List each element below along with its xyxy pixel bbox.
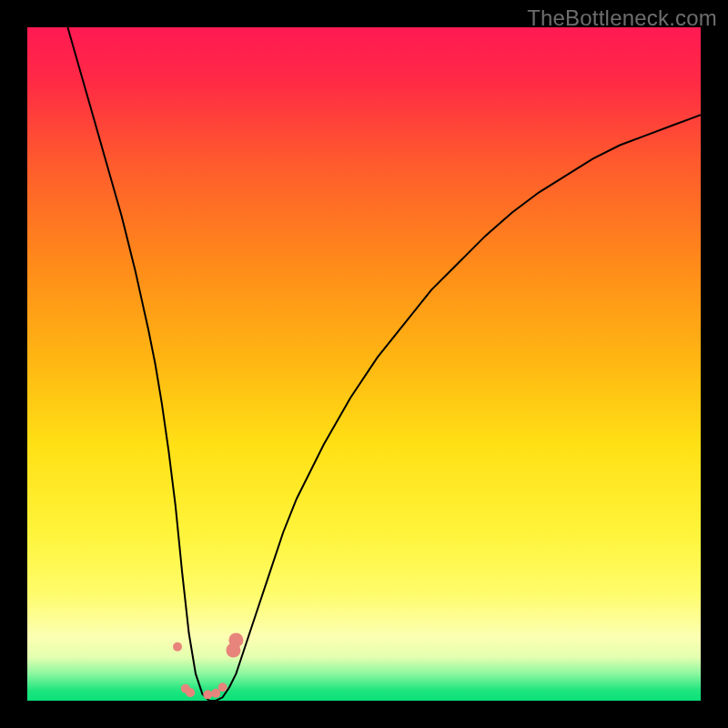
- gradient-background: [27, 27, 701, 701]
- data-marker: [203, 690, 212, 699]
- plot-area: [27, 27, 701, 701]
- chart-frame: TheBottleneck.com: [0, 0, 728, 728]
- data-marker: [218, 682, 228, 692]
- bottleneck-chart: [27, 27, 701, 701]
- data-marker: [228, 632, 243, 647]
- data-marker: [211, 689, 220, 698]
- data-marker: [186, 688, 195, 697]
- watermark-text: TheBottleneck.com: [527, 5, 717, 31]
- data-marker: [173, 642, 182, 652]
